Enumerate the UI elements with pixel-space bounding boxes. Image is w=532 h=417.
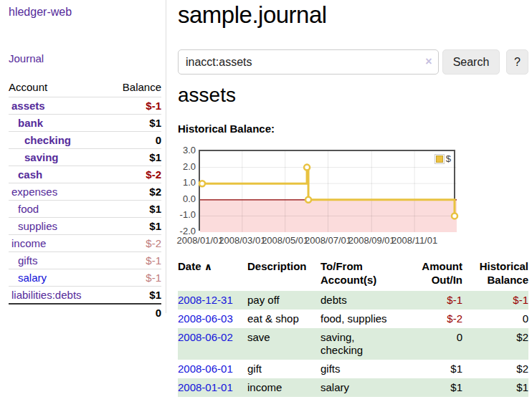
account-link-cash[interactable]: cash: [9, 168, 42, 181]
account-link-checking[interactable]: checking: [9, 134, 71, 146]
transaction-amount: $-2: [447, 312, 462, 325]
y-axis-tick-label: 2.0: [170, 161, 196, 172]
chart-title: Historical Balance:: [178, 123, 275, 135]
register-row: 2008-06-02savesaving, checking0$2: [178, 328, 528, 360]
transaction-description-cell: pay off: [247, 291, 320, 310]
main-content: sample.journal × Search ? assets Histori…: [178, 0, 528, 417]
account-row: cash$-2: [9, 166, 161, 183]
transaction-amount-cell: $1: [418, 378, 462, 397]
transaction-amount-cell: $-2: [418, 310, 462, 328]
account-balance: $-1: [146, 272, 161, 284]
register-header-amount: Amount Out/In: [418, 258, 462, 291]
account-row: supplies$1: [9, 217, 161, 234]
legend-series-label: $: [446, 153, 451, 164]
clear-search-icon[interactable]: ×: [422, 55, 435, 68]
transaction-date-link[interactable]: 2008-06-01: [178, 363, 233, 375]
chart-legend: $: [434, 153, 451, 164]
transaction-balance-cell: $1: [462, 378, 528, 397]
account-link-bank[interactable]: bank: [9, 117, 43, 129]
transaction-accounts-cell: food, supplies: [320, 310, 418, 328]
transaction-description: save: [247, 331, 270, 343]
account-link-gifts[interactable]: gifts: [9, 254, 38, 267]
data-point-marker: [199, 181, 205, 186]
transaction-accounts: saving, checking: [320, 331, 363, 356]
transaction-accounts-cell: gifts: [320, 360, 418, 378]
account-row: bank$1: [9, 114, 161, 131]
account-balance: $-2: [146, 168, 161, 181]
legend-series-swatch: [436, 155, 443, 163]
account-row: salary$-1: [9, 269, 161, 286]
transaction-amount-cell: 0: [418, 328, 462, 360]
accounts-table: Account Balance assets$-1bank$1checking0…: [9, 79, 161, 320]
account-balance: $1: [149, 220, 161, 232]
accounts-header-account: Account: [9, 81, 47, 93]
help-button[interactable]: ?: [506, 49, 528, 75]
account-link-assets[interactable]: assets: [9, 100, 45, 112]
balance-chart: $ 3.02.01.00.0-1.0-2.02008/01/012008/03/…: [199, 150, 455, 231]
search-input[interactable]: [178, 49, 439, 75]
sidebar: hledger-web Journal Account Balance asse…: [0, 0, 166, 313]
sidebar-item-journal[interactable]: Journal: [9, 52, 161, 64]
transaction-accounts: salary: [320, 381, 349, 393]
transaction-balance: $2: [516, 331, 528, 343]
search-button[interactable]: Search: [442, 49, 500, 75]
y-axis-tick-label: -1.0: [170, 209, 196, 220]
accounts-table-header: Account Balance: [9, 79, 161, 97]
account-balance: $-2: [146, 237, 161, 249]
page-title: sample.journal: [178, 1, 528, 29]
account-link-salary[interactable]: salary: [9, 272, 47, 284]
transaction-description: gift: [247, 363, 262, 375]
register-row: 2008-01-01incomesalary$1$1: [178, 378, 528, 397]
transaction-amount-cell: $-1: [418, 291, 462, 310]
transaction-date-link[interactable]: 2008-06-03: [178, 312, 233, 325]
app-brand-link[interactable]: hledger-web: [9, 6, 161, 19]
transaction-date-link[interactable]: 2008-01-01: [178, 381, 233, 393]
account-link-saving[interactable]: saving: [9, 151, 59, 163]
data-point-marker: [304, 165, 310, 171]
transaction-amount: $1: [450, 363, 462, 375]
account-link-supplies[interactable]: supplies: [9, 220, 57, 232]
account-row: expenses$2: [9, 183, 161, 200]
transaction-date-link[interactable]: 2008-06-02: [178, 331, 233, 343]
sort-ascending-icon: ∧: [204, 261, 212, 272]
y-axis-tick-label: 3.0: [170, 145, 196, 155]
transaction-date-link[interactable]: 2008-12-31: [178, 294, 233, 306]
register-header-balance: Historical Balance: [462, 258, 528, 291]
account-link-liabilities-debts[interactable]: liabilities:debts: [9, 289, 82, 301]
transaction-accounts-cell: salary: [320, 378, 418, 397]
search-bar: × Search ?: [178, 49, 528, 75]
register-row: 2008-06-01giftgifts$1$2: [178, 360, 528, 378]
y-axis-tick-label: 1.0: [170, 177, 196, 188]
transaction-description: income: [247, 381, 282, 393]
account-row: assets$-1: [9, 97, 161, 114]
transaction-description-cell: gift: [247, 360, 320, 378]
transaction-amount: 0: [457, 331, 462, 343]
transaction-description: pay off: [247, 294, 280, 306]
transaction-balance: $2: [516, 363, 528, 375]
register-header-date[interactable]: Date ∧: [178, 258, 247, 291]
chart-plot-area: [200, 151, 457, 232]
account-row: liabilities:debts$1: [9, 286, 161, 303]
transaction-description-cell: income: [247, 378, 320, 397]
account-heading: assets: [178, 84, 236, 107]
register-table: Date ∧ Description To/From Account(s) Am…: [178, 258, 528, 397]
transaction-amount: $-1: [447, 294, 462, 306]
account-row: saving$1: [9, 148, 161, 166]
y-axis-tick-label: 0.0: [170, 193, 196, 204]
accounts-rows: assets$-1bank$1checking0saving$1cash$-2e…: [9, 97, 161, 303]
register-row: 2008-12-31pay offdebts$-1$-1: [178, 291, 528, 310]
transaction-balance-cell: $-1: [462, 291, 528, 310]
register-header-row: Date ∧ Description To/From Account(s) Am…: [178, 258, 528, 291]
account-link-income[interactable]: income: [9, 237, 46, 249]
account-balance: $-1: [146, 254, 161, 267]
account-balance: $-1: [146, 100, 161, 112]
data-point-marker: [305, 197, 311, 203]
accounts-total-row: 0: [9, 303, 161, 320]
account-link-expenses[interactable]: expenses: [9, 186, 57, 198]
accounts-header-balance: Balance: [123, 81, 161, 93]
account-row: checking0: [9, 131, 161, 148]
transaction-accounts-cell: saving, checking: [320, 328, 418, 360]
account-row: food$1: [9, 200, 161, 217]
account-link-food[interactable]: food: [9, 203, 39, 215]
register-header-description: Description: [247, 258, 320, 291]
